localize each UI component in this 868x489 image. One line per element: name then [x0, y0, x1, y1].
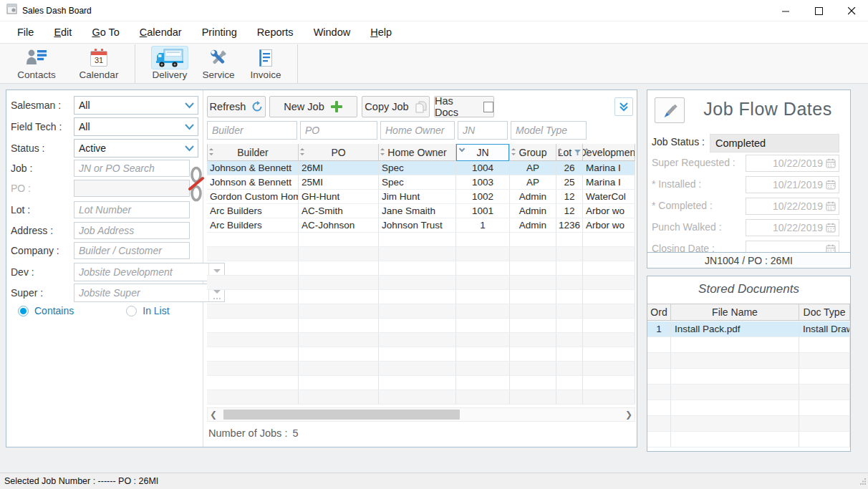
- calendar-picker-icon[interactable]: [826, 180, 836, 190]
- grid-cell: [299, 333, 379, 347]
- delivery-button[interactable]: Delivery: [145, 46, 194, 82]
- invoice-button[interactable]: Invoice: [244, 46, 287, 82]
- resize-grip-icon[interactable]: [859, 475, 867, 488]
- grid-cell: AC-Johnson: [299, 218, 379, 233]
- empty-row[interactable]: [207, 261, 635, 276]
- inlist-radio[interactable]: In List: [126, 305, 169, 316]
- menu-item-file[interactable]: File: [7, 21, 44, 43]
- table-row[interactable]: Johnson & Bennett25MISpec1003AP25Marina …: [207, 175, 635, 190]
- menu-item-help[interactable]: Help: [360, 21, 402, 43]
- column-search-input-home-owner[interactable]: [380, 121, 455, 140]
- doc-column-header-ord[interactable]: Ord: [647, 304, 671, 320]
- lot-input[interactable]: [74, 201, 190, 218]
- horizontal-scrollbar[interactable]: ❮ ❯: [207, 407, 635, 422]
- date-field[interactable]: 10/22/2019: [746, 198, 839, 215]
- empty-row[interactable]: [207, 333, 635, 347]
- maximize-button[interactable]: [802, 0, 835, 21]
- address-input[interactable]: [74, 222, 190, 239]
- empty-row[interactable]: [647, 416, 850, 432]
- column-header-po[interactable]: PO: [299, 144, 379, 161]
- column-header-development[interactable]: Development: [583, 144, 635, 161]
- chevron-down-icon[interactable]: [180, 118, 198, 135]
- column-header-jn[interactable]: JN: [456, 144, 510, 161]
- date-field[interactable]: 10/22/2019: [746, 155, 839, 172]
- empty-row[interactable]: [207, 290, 635, 304]
- column-header-group[interactable]: Group: [510, 144, 556, 161]
- calendar-button[interactable]: 31 Calendar: [72, 46, 126, 82]
- scrollbar-thumb[interactable]: [223, 410, 460, 420]
- dev-input[interactable]: [74, 263, 208, 281]
- close-button[interactable]: [835, 0, 868, 21]
- calendar-picker-icon[interactable]: [826, 158, 836, 169]
- has-docs-checkbox[interactable]: [483, 102, 493, 112]
- empty-row[interactable]: [207, 362, 635, 376]
- menu-item-edit[interactable]: Edit: [44, 21, 82, 43]
- empty-row[interactable]: [647, 384, 850, 400]
- empty-row[interactable]: [207, 276, 635, 290]
- document-row[interactable]: 1Install Pack.pdfInstall Drawings: [647, 321, 850, 337]
- empty-row[interactable]: [207, 347, 635, 362]
- calendar-picker-icon[interactable]: [826, 223, 836, 233]
- column-header-home-owner[interactable]: Home Owner: [379, 144, 456, 161]
- empty-row[interactable]: [207, 247, 635, 261]
- empty-row[interactable]: [647, 353, 850, 369]
- empty-row[interactable]: [207, 233, 635, 247]
- filter-funnel-icon[interactable]: [574, 150, 581, 156]
- empty-row[interactable]: [207, 390, 635, 405]
- table-row[interactable]: Arc BuildersAC-JohnsonJohnson Trust1Admi…: [207, 218, 635, 233]
- column-header-builder[interactable]: Builder: [207, 144, 299, 161]
- new-job-button[interactable]: New Job: [269, 96, 357, 117]
- table-row[interactable]: Gordon Custom HomesGH-HuntJim Hunt1002Ad…: [207, 190, 635, 204]
- table-row[interactable]: Johnson & Bennett26MISpec1004AP26Marina …: [207, 161, 635, 175]
- grid-cell: [456, 333, 510, 347]
- edit-dates-button[interactable]: [655, 97, 685, 123]
- chevron-down-icon[interactable]: [180, 97, 198, 114]
- chevron-down-icon[interactable]: [180, 140, 198, 157]
- contacts-button[interactable]: Contacts: [13, 46, 60, 82]
- copy-job-button[interactable]: Copy Job: [362, 96, 430, 117]
- service-button[interactable]: Service: [198, 46, 238, 82]
- empty-row[interactable]: [207, 319, 635, 333]
- empty-row[interactable]: [207, 376, 635, 390]
- status-combo[interactable]: Active: [74, 139, 198, 158]
- date-field[interactable]: 10/21/2019: [746, 176, 839, 193]
- calendar-picker-icon[interactable]: [826, 201, 836, 212]
- date-field[interactable]: 10/22/2019: [746, 219, 839, 236]
- empty-row[interactable]: [647, 432, 850, 447]
- minimize-button[interactable]: [769, 0, 802, 21]
- dev-lookup[interactable]: [74, 263, 225, 281]
- fieldtech-combo[interactable]: All: [74, 117, 198, 136]
- empty-row[interactable]: [207, 304, 635, 319]
- table-row[interactable]: Arc BuildersAC-SmithJane Smaith1001Admin…: [207, 204, 635, 218]
- empty-row[interactable]: [647, 400, 850, 416]
- column-header-lot[interactable]: Lot: [556, 144, 583, 161]
- po-input[interactable]: [74, 180, 190, 197]
- column-search-input-builder[interactable]: [207, 121, 297, 140]
- salesman-combo[interactable]: All: [74, 96, 198, 115]
- has-docs-button[interactable]: Has Docs: [434, 96, 494, 117]
- menu-item-printing[interactable]: Printing: [192, 21, 247, 43]
- expand-filters-button[interactable]: [614, 97, 633, 116]
- grid-cell: [299, 362, 379, 376]
- job-search-input[interactable]: [74, 160, 190, 177]
- company-input[interactable]: [74, 242, 190, 259]
- super-lookup[interactable]: [74, 284, 225, 302]
- column-search-input-model-type[interactable]: [511, 121, 587, 140]
- contains-radio[interactable]: Contains: [18, 305, 74, 316]
- empty-row[interactable]: [647, 369, 850, 384]
- super-input[interactable]: [74, 284, 208, 301]
- scroll-left-icon[interactable]: ❮: [208, 408, 219, 421]
- doc-column-header-file-name[interactable]: File Name: [671, 304, 799, 320]
- delivery-truck-icon: [151, 46, 188, 69]
- column-search-input-jn[interactable]: [458, 121, 508, 140]
- menu-item-reports[interactable]: Reports: [247, 21, 304, 43]
- menu-item-go-to[interactable]: Go To: [82, 21, 129, 43]
- menu-item-window[interactable]: Window: [304, 21, 361, 43]
- menu-item-calendar[interactable]: Calendar: [130, 21, 192, 43]
- doc-column-header-doc-type[interactable]: Doc Type: [799, 304, 850, 320]
- column-search-input-po[interactable]: [300, 121, 377, 140]
- scrollbar-track[interactable]: [219, 408, 623, 421]
- empty-row[interactable]: [647, 337, 850, 353]
- scroll-right-icon[interactable]: ❯: [623, 408, 635, 421]
- refresh-button[interactable]: Refresh: [207, 96, 266, 117]
